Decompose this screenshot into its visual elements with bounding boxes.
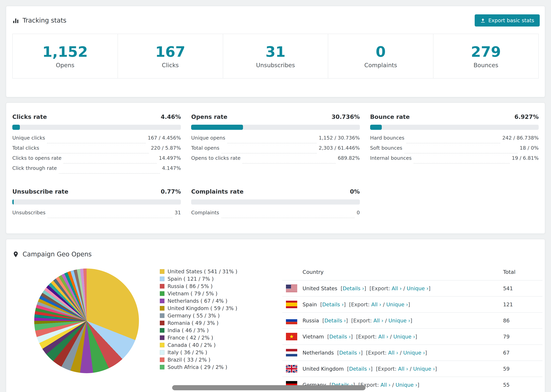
rate-value: 0.77% <box>161 188 181 195</box>
metric-label: Complaints <box>191 210 219 216</box>
details-link[interactable]: Details › <box>343 286 364 291</box>
country-name: United Kingdom <box>303 366 344 372</box>
metric-value: 18 / 0% <box>520 145 539 151</box>
horizontal-scrollbar-thumb[interactable] <box>172 385 366 390</box>
rates-grid: Clicks rate 4.46% Unique clicks 167 / 4.… <box>6 103 545 233</box>
export-unique-link[interactable]: Unique › <box>396 382 417 388</box>
rate-block: Complaints rate 0% Complaints 0 <box>191 188 360 220</box>
export-all-link[interactable]: All › <box>388 350 398 356</box>
rate-value: 30.736% <box>332 113 360 120</box>
dotted-leader <box>242 163 336 163</box>
export-prefix: [Export: <box>366 350 387 356</box>
stat-value: 279 <box>435 44 537 60</box>
geo-table-row: Spain [Details ›] [Export: All › / Uniqu… <box>282 296 543 313</box>
metric-row: Opens to clicks rate 689.82% <box>191 155 360 165</box>
legend-swatch <box>160 291 164 296</box>
metric-label: Total opens <box>191 145 219 151</box>
geo-table-header-country: Country <box>303 266 503 280</box>
legend-item: Canada ( 40 / 2% ) <box>160 341 282 349</box>
legend-swatch <box>160 313 164 318</box>
dotted-leader <box>406 143 500 143</box>
dotted-leader <box>221 218 354 218</box>
export-unique-link[interactable]: Unique › <box>393 334 415 340</box>
export-basic-stats-button[interactable]: Export basic stats <box>475 14 540 27</box>
export-unique-link[interactable]: Unique › <box>389 318 410 324</box>
slash-separator: / <box>390 334 392 340</box>
slash-separator: / <box>383 301 385 308</box>
dotted-leader <box>404 153 518 154</box>
legend-swatch <box>160 284 164 288</box>
country-name: United States <box>303 286 337 291</box>
bracket-close-details: ] <box>351 334 353 340</box>
rate-title: Unsubscribe rate <box>12 188 68 195</box>
rate-title: Complaints rate <box>191 188 243 195</box>
legend-label: France ( 42 / 2% ) <box>168 335 213 341</box>
geo-table-row: United States [Details ›] [Export: All ›… <box>282 280 543 296</box>
bracket-close-export: ] <box>417 382 419 388</box>
bracket-open-details: [ <box>341 286 343 291</box>
progress-fill <box>370 125 382 130</box>
export-unique-link[interactable]: Unique › <box>403 350 425 356</box>
export-all-link[interactable]: All › <box>398 366 408 372</box>
bracket-close-details: ] <box>346 318 348 324</box>
export-all-link[interactable]: All › <box>371 301 381 308</box>
rate-title: Bounce rate <box>370 113 410 120</box>
legend-label: Brazil ( 33 / 2% ) <box>168 357 211 363</box>
metric-label: Internal bounces <box>370 155 412 161</box>
metric-label: Hard bounces <box>370 135 404 141</box>
details-link[interactable]: Details › <box>349 366 371 372</box>
flag-ru-icon <box>286 317 297 324</box>
rate-value: 0% <box>350 188 360 195</box>
export-all-link[interactable]: All › <box>381 382 391 388</box>
metric-row: Soft bounces 18 / 0% <box>370 145 539 155</box>
stat-value: 1,152 <box>14 44 116 60</box>
rate-value: 6.927% <box>514 113 539 120</box>
legend-item: Russia ( 86 / 5% ) <box>160 283 282 290</box>
metric-row: Click through rate 4.147% <box>12 165 181 175</box>
legend-swatch <box>160 299 164 303</box>
progress-bar <box>12 199 181 204</box>
metric-value: 220 / 5.87% <box>151 145 181 151</box>
progress-bar <box>12 125 181 130</box>
export-unique-link[interactable]: Unique › <box>386 301 408 308</box>
legend-swatch <box>160 269 164 274</box>
metric-value: 2,303 / 61.446% <box>319 145 360 151</box>
rate-block: Bounce rate 6.927% Hard bounces 242 / 86… <box>370 113 539 175</box>
country-total: 59 <box>503 361 543 377</box>
details-link[interactable]: Details › <box>325 318 346 324</box>
export-all-link[interactable]: All › <box>378 334 389 340</box>
progress-fill <box>191 125 243 130</box>
legend-swatch <box>160 357 164 362</box>
stat-card: 31 Unsubscribes <box>223 34 328 78</box>
details-link[interactable]: Details › <box>322 301 344 308</box>
country-name: Netherlands <box>303 350 334 356</box>
legend-item: France ( 42 / 2% ) <box>160 334 282 341</box>
dotted-leader <box>48 218 173 218</box>
metric-label: Click through rate <box>12 165 57 171</box>
bracket-close-details: ] <box>344 301 346 308</box>
details-link[interactable]: Details › <box>329 334 351 340</box>
country-name: Russia <box>303 318 319 324</box>
export-all-link[interactable]: All › <box>373 318 383 324</box>
legend-label: Romania ( 49 / 3% ) <box>168 320 219 326</box>
rate-metric-list: Unique clicks 167 / 4.456% Total clicks … <box>12 135 181 175</box>
details-link[interactable]: Details › <box>339 350 361 356</box>
dotted-leader <box>41 153 149 154</box>
flag-us-icon <box>286 285 297 292</box>
stat-label: Bounces <box>435 62 537 69</box>
slash-separator: / <box>392 382 394 388</box>
country-total: 541 <box>503 280 543 296</box>
slash-separator: / <box>403 286 405 291</box>
metric-value: 689.82% <box>338 155 360 161</box>
legend-item: Netherlands ( 67 / 4% ) <box>160 297 282 305</box>
rate-metric-list: Hard bounces 242 / 86.738% Soft bounces … <box>370 135 539 165</box>
tracking-stats-header: Tracking stats Export basic stats <box>6 6 545 34</box>
export-all-link[interactable]: All › <box>392 286 402 291</box>
bracket-open-details: [ <box>322 318 325 324</box>
dotted-leader <box>64 163 157 163</box>
dotted-leader <box>47 143 146 143</box>
geo-table-row: United Kingdom [Details ›] [Export: All … <box>282 361 543 377</box>
export-unique-link[interactable]: Unique › <box>413 366 435 372</box>
export-unique-link[interactable]: Unique › <box>407 286 429 291</box>
legend-swatch <box>160 328 164 333</box>
